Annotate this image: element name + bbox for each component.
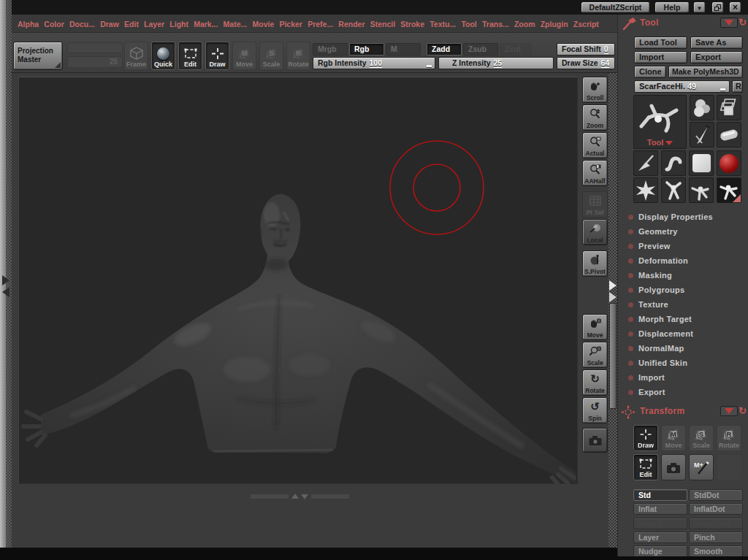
transform-move-button[interactable]: M Move bbox=[661, 425, 686, 451]
brush-smooth-button[interactable]: Smooth bbox=[689, 545, 743, 557]
edit-button[interactable]: Edit bbox=[178, 42, 202, 70]
menu-preferences[interactable]: Prefe... bbox=[306, 18, 335, 30]
move-button[interactable]: M Move bbox=[232, 42, 256, 70]
thumb-figure-selected[interactable] bbox=[717, 177, 741, 203]
section-display-properties[interactable]: Display Properties bbox=[628, 210, 745, 223]
scroll-down-arrow-icon[interactable] bbox=[301, 494, 308, 499]
menu-render[interactable]: Render bbox=[337, 18, 366, 30]
thumb-curve[interactable] bbox=[661, 150, 686, 176]
rgb-intensity-slider[interactable]: Rgb Intensity100 bbox=[313, 57, 435, 69]
brush-morphdot-button[interactable]: MorphDot bbox=[689, 518, 743, 529]
menu-transform[interactable]: Trans... bbox=[481, 18, 511, 30]
brush-std-button[interactable]: Std bbox=[633, 489, 687, 501]
menu-light[interactable]: Light bbox=[168, 18, 190, 30]
canvas-hscroll-left[interactable] bbox=[251, 494, 289, 499]
zadd-toggle[interactable]: Zadd bbox=[427, 43, 462, 55]
projection-master-button[interactable]: Projection Master bbox=[13, 42, 63, 70]
draw-size-slider[interactable]: Draw Size64 bbox=[557, 57, 615, 69]
make-polymesh3d-button[interactable]: Make PolyMesh3D bbox=[668, 66, 743, 78]
menu-zoom[interactable]: Zoom bbox=[513, 18, 537, 30]
draw-button[interactable]: Draw bbox=[205, 42, 229, 70]
menu-picker[interactable]: Picker bbox=[278, 18, 304, 30]
section-deformation[interactable]: Deformation bbox=[628, 254, 745, 267]
m-toggle[interactable]: M bbox=[386, 43, 421, 55]
thumb-star[interactable] bbox=[633, 177, 658, 203]
section-displacement[interactable]: Displacement bbox=[628, 327, 745, 340]
shelf-scale-button[interactable]: Scale bbox=[582, 342, 608, 368]
import-button[interactable]: Import bbox=[634, 51, 687, 64]
shelf-move-button[interactable]: Move bbox=[582, 314, 608, 340]
brush-inflatdot-button[interactable]: InflatDot bbox=[689, 503, 743, 515]
left-tray-arrow2-icon[interactable] bbox=[2, 287, 9, 297]
z-intensity-slider[interactable]: Z Intensity25 bbox=[438, 57, 554, 69]
shelf-aahalf-button[interactable]: AAHalf bbox=[582, 160, 608, 186]
rotate-button[interactable]: R Rotate bbox=[286, 42, 310, 70]
shelf-rotate-button[interactable]: ↻ Rotate bbox=[582, 369, 608, 396]
section-morph-target[interactable]: Morph Target bbox=[628, 312, 745, 326]
shelf-spivot-button[interactable]: S.Pivot bbox=[582, 250, 608, 277]
window-shade-button[interactable]: ▼ bbox=[693, 1, 706, 13]
zcut-toggle[interactable]: Zcut bbox=[500, 43, 532, 55]
tool-menu-button[interactable] bbox=[720, 18, 738, 28]
right-tray-arrow-icon[interactable] bbox=[609, 280, 617, 291]
menu-alpha[interactable]: Alpha bbox=[16, 18, 40, 30]
mrgb-toggle[interactable]: Mrgb bbox=[313, 43, 348, 55]
load-tool-button[interactable]: Load Tool bbox=[634, 37, 687, 49]
clone-button[interactable]: Clone bbox=[634, 66, 666, 78]
frame-button[interactable]: Frame bbox=[124, 42, 148, 70]
focal-shift-slider[interactable]: Focal Shift0 bbox=[557, 43, 615, 55]
canvas-hscroll-right[interactable] bbox=[311, 494, 349, 499]
section-normalmap[interactable]: NormalMap bbox=[628, 342, 745, 355]
menu-texture[interactable]: Textu... bbox=[428, 18, 457, 30]
brush-layer-button[interactable]: Layer bbox=[633, 532, 687, 543]
menu-movie[interactable]: Movie bbox=[251, 18, 275, 30]
menu-color[interactable]: Color bbox=[42, 18, 65, 30]
section-import[interactable]: Import bbox=[628, 371, 745, 384]
transform-menu-button[interactable] bbox=[720, 406, 738, 416]
section-unified-skin[interactable]: Unified Skin bbox=[628, 356, 745, 369]
section-polygroups[interactable]: Polygroups bbox=[628, 283, 745, 296]
save-as-button[interactable]: Save As bbox=[690, 37, 743, 49]
document-canvas[interactable] bbox=[18, 77, 577, 483]
menu-stencil[interactable]: Stencil bbox=[369, 18, 397, 30]
canvas-vscroll-thumb[interactable] bbox=[609, 303, 617, 409]
thumb-figure-1[interactable] bbox=[661, 177, 686, 203]
brush-pinch-button[interactable]: Pinch bbox=[689, 532, 743, 543]
current-tool-preview[interactable]: Tool bbox=[633, 95, 687, 149]
active-tool-slider[interactable]: ScarFaceHi.49 bbox=[634, 80, 730, 93]
menu-edit[interactable]: Edit bbox=[123, 18, 140, 30]
section-texture[interactable]: Texture bbox=[628, 298, 745, 311]
rgb-toggle[interactable]: Rgb bbox=[349, 43, 384, 55]
menu-tool[interactable]: Tool bbox=[459, 18, 478, 30]
transform-scale-button[interactable]: S Scale bbox=[689, 425, 714, 451]
brush-morph-button[interactable]: Morph bbox=[633, 518, 687, 529]
brush-nudge-button[interactable]: Nudge bbox=[633, 545, 687, 557]
menu-document[interactable]: Docu... bbox=[68, 18, 96, 30]
menu-draw[interactable]: Draw bbox=[99, 18, 121, 30]
shelf-actual-button[interactable]: Actual bbox=[582, 132, 608, 158]
thumb-brush[interactable] bbox=[633, 150, 658, 176]
marker-button[interactable]: M+ bbox=[689, 454, 714, 480]
left-tray-arrow-icon[interactable] bbox=[2, 275, 9, 285]
shelf-spin-button[interactable]: ↺ Spin bbox=[582, 397, 608, 423]
brush-stddot-button[interactable]: StdDot bbox=[689, 489, 743, 501]
menu-marker[interactable]: Mark... bbox=[192, 18, 219, 30]
thumb-capsule[interactable] bbox=[717, 122, 741, 147]
transform-draw-button[interactable]: Draw bbox=[633, 425, 658, 451]
menu-material[interactable]: Mate... bbox=[222, 18, 249, 30]
menu-zscript[interactable]: Zscript bbox=[572, 18, 600, 30]
tool-reset-icon[interactable]: ↻ bbox=[739, 17, 747, 28]
help-button[interactable]: Help bbox=[654, 1, 690, 13]
thumb-cube[interactable] bbox=[689, 150, 714, 176]
transform-rotate-button[interactable]: R Rotate bbox=[717, 425, 741, 451]
section-preview[interactable]: Preview bbox=[628, 239, 745, 253]
thumb-spheres[interactable] bbox=[690, 95, 714, 120]
export-button[interactable]: Export bbox=[690, 51, 743, 64]
window-restore-button[interactable] bbox=[711, 1, 724, 13]
shelf-zoom-button[interactable]: Zoom bbox=[582, 104, 608, 131]
default-zscript-button[interactable]: DefaultZScript bbox=[581, 1, 650, 13]
section-geometry[interactable]: Geometry bbox=[628, 225, 745, 238]
scale-button[interactable]: S Scale bbox=[259, 42, 283, 70]
shelf-snapshot-button[interactable] bbox=[582, 428, 608, 453]
quick-button[interactable]: Quick bbox=[151, 42, 175, 70]
